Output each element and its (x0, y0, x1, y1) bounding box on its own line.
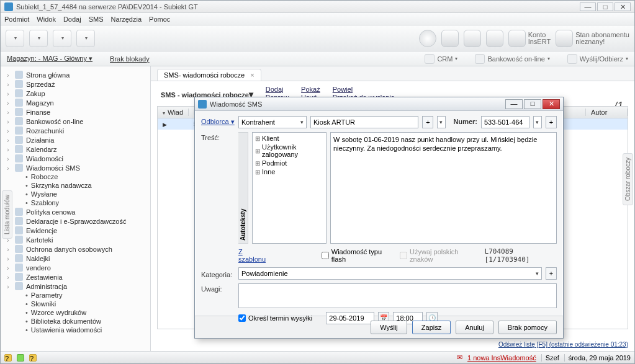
modal-titlebar: Wiadomość SMS — □ ✕ (195, 97, 563, 111)
odbiorca-dropdown-button[interactable] (437, 116, 446, 128)
termin-checkbox[interactable] (238, 314, 246, 322)
autotext-inne[interactable]: Inne (254, 167, 325, 176)
status-new-message[interactable]: 1 nowa InsWiadomość (467, 354, 536, 362)
wyslij-button[interactable]: Wyślij (371, 321, 407, 334)
sidebar-item-4[interactable]: ›Finanse (2, 107, 148, 117)
maximize-button[interactable]: □ (597, 2, 613, 11)
flash-checkbox[interactable] (322, 252, 329, 259)
odbiorca-input[interactable] (310, 116, 418, 128)
sidebar-item-1[interactable]: ›Sprzedaż (2, 79, 148, 89)
close-button[interactable]: ✕ (615, 2, 631, 11)
menu-narzedzia[interactable]: Narzędzia (111, 16, 142, 23)
sidebar-item-27[interactable]: •Biblioteka dokumentów (2, 317, 148, 326)
sidebar-item-14[interactable]: •Szablony (2, 198, 148, 207)
grid-col-autor[interactable]: Autor (586, 109, 628, 116)
status-help-icon[interactable]: ? (4, 354, 12, 362)
sidebar-collapse-tab[interactable]: Lista modułów (2, 190, 12, 239)
action-dodaj[interactable]: Dodaj (266, 86, 289, 94)
toolbar-btn-2[interactable] (29, 30, 48, 47)
bankowosc-dropdown[interactable]: Bankowość on-line▾ (475, 54, 549, 64)
modal-minimize-button[interactable]: — (505, 99, 523, 109)
sidebar-item-25[interactable]: •Słowniki (2, 300, 148, 308)
sidebar-item-8[interactable]: ›Kalendarz (2, 144, 148, 154)
sidebar-item-19[interactable]: ›Ochrona danych osobowych (2, 244, 148, 254)
sidebar-item-0[interactable]: ›Strona główna (2, 70, 148, 79)
action-powiel[interactable]: Powiel (333, 86, 395, 94)
sidebar-item-13[interactable]: •Wysłane (2, 190, 148, 198)
numer-dropdown-button[interactable] (533, 116, 542, 128)
sidebar-item-6[interactable]: ›Rozrachunki (2, 126, 148, 135)
toolbar-btn-3[interactable] (53, 30, 71, 47)
toolbar-icon-box1[interactable] (441, 30, 459, 47)
menu-pomoc[interactable]: Pomoc (149, 16, 170, 23)
sidebar-item-7[interactable]: ›Działania (2, 135, 148, 144)
sidebar-item-10[interactable]: ›Wiadomości SMS (2, 163, 148, 172)
modal-close-button[interactable]: ✕ (543, 99, 560, 109)
termin-date-input[interactable] (326, 312, 374, 324)
sidebar-item-21[interactable]: ›vendero (2, 263, 148, 272)
sidebar-item-28[interactable]: •Ustawienia wiadomości (2, 326, 148, 334)
toolbar-icon-box2[interactable] (464, 30, 481, 47)
sidebar-item-15[interactable]: ›Polityka cenowa (2, 207, 148, 216)
anuluj-button[interactable]: Anuluj (456, 321, 493, 334)
minimize-button[interactable]: — (580, 2, 596, 11)
toolbar-btn-4[interactable] (76, 30, 95, 47)
sidebar-item-17[interactable]: ›Ewidencje (2, 226, 148, 235)
odbiorca-add-button[interactable]: + (422, 116, 433, 128)
kategoria-add-button[interactable]: + (546, 267, 557, 280)
sidebar-item-11[interactable]: •Robocze (2, 172, 148, 181)
numer-add-button[interactable]: + (546, 116, 557, 128)
status-user: Szef (541, 354, 559, 362)
zapisz-button[interactable]: Zapisz (412, 321, 451, 334)
grid-col-wiad[interactable]: Wiad (158, 109, 189, 116)
right-collapse-tab[interactable]: Obszar roboczy (623, 153, 633, 205)
odbiorca-type-select[interactable]: Kontrahent (238, 116, 307, 128)
autoteksty-tab[interactable]: Autoteksty (238, 132, 248, 244)
autotext-podmiot[interactable]: Podmiot (254, 159, 325, 167)
sidebar-item-9[interactable]: ›Wiadomości (2, 154, 148, 163)
status-help2-icon[interactable]: ? (29, 354, 37, 362)
wyslij-odbierz-dropdown[interactable]: Wyślij/Odbierz▾ (567, 54, 628, 64)
magazyn-selector[interactable]: Magazyn: - MAG - Główny ▾ (7, 55, 92, 63)
sidebar-item-20[interactable]: ›Naklejki (2, 254, 148, 263)
refresh-hint[interactable]: Odśwież listę [F5] (ostatnie odświeżenie… (151, 341, 634, 351)
sidebar-item-23[interactable]: ›Administracja (2, 282, 148, 291)
sidebar-item-24[interactable]: •Parametry (2, 291, 148, 300)
termin-checkbox-wrap[interactable]: Określ termin wysyłki (238, 314, 312, 322)
action-pokaz[interactable]: Pokaż (301, 86, 320, 94)
sidebar-item-3[interactable]: ›Magazyn (2, 98, 148, 107)
autotext-uzytkownik[interactable]: Użytkownik zalogowany (254, 143, 325, 159)
blokada-link[interactable]: Brak blokady (110, 55, 150, 63)
sidebar-item-12[interactable]: •Skrzynka nadawcza (2, 181, 148, 190)
crm-dropdown[interactable]: CRM▾ (425, 54, 457, 64)
tab-close-icon[interactable]: × (250, 71, 254, 79)
sidebar-item-5[interactable]: ›Bankowość on-line (2, 117, 148, 126)
folder-icon (15, 145, 23, 153)
menu-sms[interactable]: SMS (89, 16, 104, 23)
autotext-klient[interactable]: Klient (254, 134, 325, 143)
sidebar-item-26[interactable]: •Wzorce wydruków (2, 308, 148, 317)
modal-maximize-button[interactable]: □ (524, 99, 541, 109)
toolbar-icon-shield[interactable] (556, 30, 573, 47)
toolbar-btn-1[interactable] (6, 30, 24, 47)
message-textarea[interactable]: W sobotę 01-06-2019 nasz punkt handlowy … (330, 132, 557, 244)
z-szablonu-link[interactable]: Z szablonu (238, 248, 269, 263)
sidebar-item-18[interactable]: ›Kartoteki (2, 235, 148, 244)
flash-checkbox-wrap[interactable]: Wiadomość typu flash (322, 248, 392, 263)
uwagi-textarea[interactable] (238, 283, 557, 308)
label-odbiorca[interactable]: Odbiorca ▾ (201, 116, 235, 126)
kategoria-select[interactable]: Powiadomienie (238, 267, 542, 280)
toolbar-icon-user[interactable] (508, 30, 526, 47)
pomoc-button[interactable]: Brak pomocy (498, 321, 557, 334)
sidebar-item-2[interactable]: ›Zakup (2, 89, 148, 98)
menu-podmiot[interactable]: Podmiot (4, 16, 29, 23)
toolbar-icon-globe[interactable] (419, 30, 436, 47)
menu-widok[interactable]: Widok (37, 16, 56, 23)
sidebar-item-16[interactable]: ›Deklaracje i e-Sprawozdawczość (2, 216, 148, 226)
menu-dodaj[interactable]: Dodaj (63, 16, 81, 23)
toolbar-icon-cloud[interactable] (486, 30, 503, 47)
autotext-tree[interactable]: Klient Użytkownik zalogowany Podmiot Inn… (252, 132, 327, 244)
sidebar-item-22[interactable]: ›Zestawienia (2, 272, 148, 282)
tab-sms-robocze[interactable]: SMS- wiadomości robocze × (157, 69, 261, 81)
numer-input[interactable] (481, 116, 529, 128)
